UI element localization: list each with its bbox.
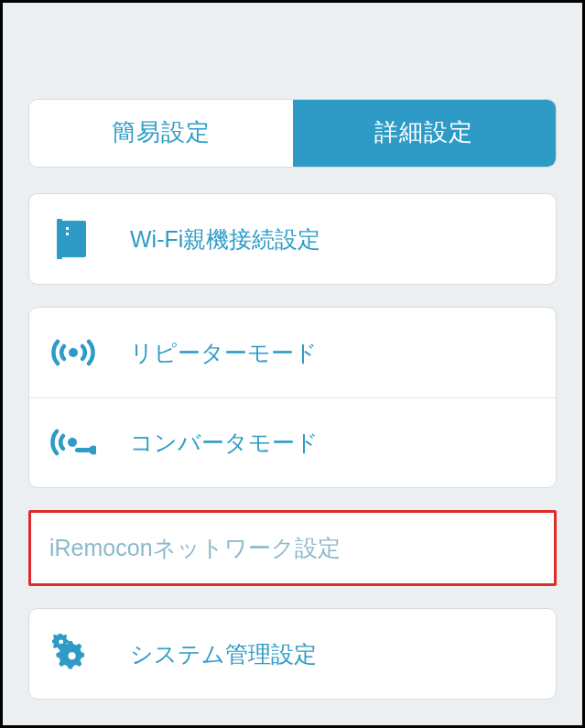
svg-point-7 [89,445,96,454]
router-icon [49,215,97,263]
menu-item-label: リピーターモード [130,338,318,368]
svg-point-4 [69,348,78,357]
menu-item-converter-mode[interactable]: コンバータモード [29,397,556,487]
tab-simple-settings[interactable]: 簡易設定 [29,100,293,167]
svg-rect-3 [66,233,69,235]
tab-bar: 簡易設定 詳細設定 [28,99,557,168]
svg-rect-1 [57,219,62,259]
card-system: システム管理設定 [28,608,557,700]
card-modes: リピーターモード コンバータモード [28,307,557,488]
svg-point-9 [69,652,76,659]
settings-screen: 簡易設定 詳細設定 Wi-Fi親機接続設定 [0,0,585,728]
tab-advanced-label: 詳細設定 [374,118,473,146]
svg-point-8 [59,640,63,645]
menu-item-wifi-parent[interactable]: Wi-Fi親機接続設定 [29,194,556,284]
svg-point-5 [68,438,77,447]
menu-item-label: iRemoconネットワーク設定 [49,535,341,560]
wifi-broadcast-icon [49,329,97,376]
svg-rect-0 [60,221,86,257]
wifi-converter-icon [49,419,97,467]
tab-advanced-settings[interactable]: 詳細設定 [293,100,557,167]
card-wifi: Wi-Fi親機接続設定 [28,193,557,285]
menu-item-label: システム管理設定 [130,639,317,669]
gears-icon [49,630,97,678]
menu-item-label: コンバータモード [130,428,319,458]
menu-item-label: Wi-Fi親機接続設定 [130,224,320,255]
svg-rect-2 [66,227,69,230]
menu-item-repeater-mode[interactable]: リピーターモード [29,308,556,397]
menu-item-iremocon-network[interactable]: iRemoconネットワーク設定 [28,510,557,586]
tab-simple-label: 簡易設定 [112,118,211,146]
menu-item-system-admin[interactable]: システム管理設定 [29,609,556,699]
